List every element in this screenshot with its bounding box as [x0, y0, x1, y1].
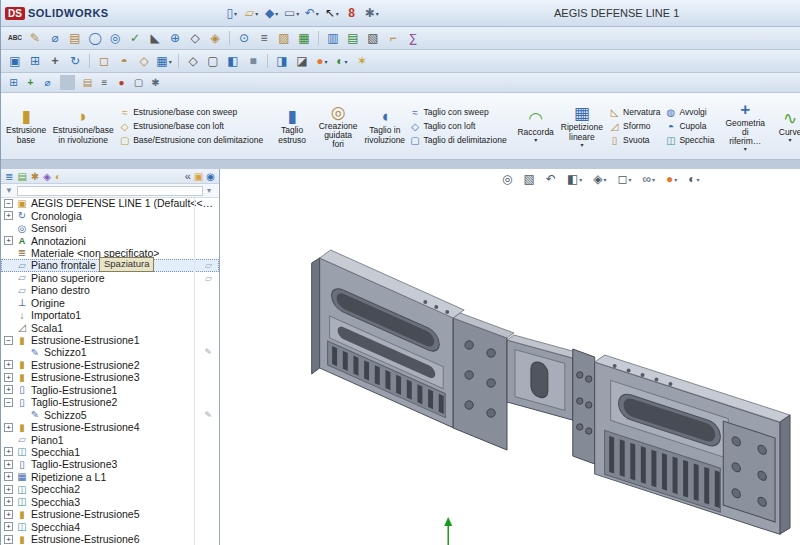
hide-edge-icon[interactable]: ▢: [131, 75, 146, 90]
expand-toggle[interactable]: +: [4, 447, 13, 456]
toolbar-icon[interactable]: [60, 75, 75, 90]
lofted-cut-button[interactable]: ◇ Taglio con loft: [407, 120, 508, 133]
expand-toggle[interactable]: −: [4, 336, 13, 345]
section-view-icon[interactable]: ◧ ▾: [565, 171, 584, 187]
wrap-button[interactable]: ◍ Avvolgi: [663, 106, 716, 119]
expand-toggle[interactable]: −: [4, 199, 13, 208]
revolved-boss-button[interactable]: ◗ Estrusione/base in rivoluzione: [50, 104, 116, 147]
tree-item-schizzo1[interactable]: ✎ Schizzo1 ✎: [1, 346, 219, 358]
expand-toggle[interactable]: +: [4, 423, 13, 432]
lofted-boss-button[interactable]: ◇ Estrusione/base con loft: [117, 120, 265, 133]
revolved-cut-button[interactable]: ◖ Taglio in rivoluzione: [363, 104, 406, 147]
line-color-icon[interactable]: ●: [114, 75, 129, 90]
rib-button[interactable]: ◺ Nervatura: [607, 106, 662, 119]
expand-toggle[interactable]: +: [4, 373, 13, 382]
tree-item-estrusione4[interactable]: + ▮ Estrusione-Estrusione4: [1, 421, 219, 433]
tree-item-estrusione2[interactable]: + ▮ Estrusione-Estrusione2: [1, 359, 219, 371]
tree-item-sensori[interactable]: ◎ Sensori: [1, 222, 219, 234]
pan-icon[interactable]: +: [46, 52, 64, 70]
expand-toggle[interactable]: +: [4, 510, 13, 519]
filter-options-caret-icon[interactable]: ▾: [207, 186, 211, 195]
tree-item-specchia3[interactable]: + ◫ Specchia3: [1, 496, 219, 508]
center-mark-icon[interactable]: ⊙: [235, 29, 253, 47]
toolbar-icon[interactable]: [267, 54, 268, 68]
expand-toggle[interactable]: +: [4, 385, 13, 394]
filter-funnel-icon[interactable]: ▼: [5, 186, 13, 195]
centerline-icon[interactable]: ≡: [255, 29, 273, 47]
area-hatch-icon[interactable]: ▨: [275, 29, 293, 47]
menu-strumenti[interactable]: [175, 11, 189, 15]
toolbar-icon[interactable]: [89, 54, 90, 68]
swept-boss-button[interactable]: ≈ Estrusione/base con sweep: [117, 106, 265, 119]
extruded-cut-button[interactable]: ▮ Taglio estruso: [271, 104, 313, 147]
print-icon[interactable]: ▭ ▾: [283, 4, 301, 22]
zoom-area-icon[interactable]: ⊞: [26, 52, 44, 70]
shaded-icon[interactable]: ■: [244, 52, 262, 70]
weld-symbol-icon[interactable]: ◣: [146, 29, 164, 47]
view-orientation-icon[interactable]: ▦ ▾: [155, 52, 173, 70]
shadows-icon[interactable]: ◪: [293, 52, 311, 70]
grid-icon[interactable]: ⊞: [6, 75, 21, 90]
menu-inserisci[interactable]: [161, 11, 175, 15]
mirror-button[interactable]: ◫ Specchia: [663, 134, 716, 147]
tree-item-part-root[interactable]: − ▣ AEGIS DEFENSE LINE 1 (Default<<D…: [1, 197, 219, 209]
measure-icon[interactable]: ⌐: [384, 29, 402, 47]
menu-visualizza[interactable]: [147, 11, 161, 15]
toolbar-icon[interactable]: [318, 31, 319, 45]
shaded-with-edges-icon[interactable]: ◧: [224, 52, 242, 70]
revision-table-icon[interactable]: ▤: [344, 29, 362, 47]
line-format-icon[interactable]: ≡: [97, 75, 112, 90]
extruded-boss-button[interactable]: ▮ Estrusione base: [3, 104, 49, 147]
help-icon[interactable]: ◉: [206, 171, 215, 182]
scene-icon[interactable]: ◐ ▾: [333, 52, 351, 70]
save-icon[interactable]: ◆ ▾: [263, 4, 281, 22]
featuremanager-tree-icon[interactable]: ≣: [5, 171, 13, 182]
toolbar-icon[interactable]: [229, 31, 230, 45]
tree-item-scala1[interactable]: ◿ Scala1: [1, 321, 219, 333]
expand-toggle[interactable]: +: [4, 472, 13, 481]
toolbar-icon[interactable]: [178, 54, 179, 68]
rotate-view-icon[interactable]: ↻: [66, 52, 84, 70]
propertymanager-icon[interactable]: ▤: [17, 171, 26, 182]
tree-item-piano-destro[interactable]: ▱ Piano destro: [1, 284, 219, 296]
blocks-icon[interactable]: ▦: [295, 29, 313, 47]
tree-item-specchia1[interactable]: + ◫ Specchia1: [1, 446, 219, 458]
smart-dimension-icon[interactable]: ⌀: [46, 29, 64, 47]
display-style-icon[interactable]: ◻ ▾: [616, 171, 634, 187]
dimension-standard-icon[interactable]: ⌀: [40, 75, 55, 90]
appearance-icon[interactable]: ● ▾: [313, 52, 331, 70]
design-table-icon[interactable]: ▧: [364, 29, 382, 47]
tree-item-annotazioni[interactable]: + A Annotazioni: [1, 234, 219, 246]
section-view-icon[interactable]: ◨: [273, 52, 291, 70]
tree-item-taglio-estrusione3[interactable]: + ▯ Taglio-Estrusione3: [1, 458, 219, 470]
menu-finestra[interactable]: [189, 11, 203, 15]
expand-toggle[interactable]: +: [4, 460, 13, 469]
hide-show-items-icon[interactable]: ∞ ▾: [640, 171, 657, 187]
tree-item-origine[interactable]: ⊥ Origine: [1, 297, 219, 309]
curves-button[interactable]: ∿ Curve ▾: [769, 106, 800, 146]
zoom-area-icon[interactable]: ▧: [521, 171, 536, 187]
expand-toggle[interactable]: +: [4, 497, 13, 506]
lights-icon[interactable]: ✶: [353, 52, 371, 70]
configurationmanager-icon[interactable]: ✱: [31, 171, 39, 182]
flyout-pushpin-icon[interactable]: ▣: [194, 171, 203, 182]
fillet-button[interactable]: ◠ Raccorda ▾: [515, 106, 557, 146]
model-joint-plate-left[interactable]: [453, 313, 514, 450]
snap-icon[interactable]: +: [23, 75, 38, 90]
isometric-view-icon[interactable]: ◇: [135, 52, 153, 70]
tree-item-piano-superiore[interactable]: ▱ Piano superiore ▱: [1, 272, 219, 284]
tree-item-cronologia[interactable]: + ↻ Cronologia: [1, 209, 219, 221]
previous-view-icon[interactable]: ↶: [544, 171, 558, 187]
options-icon[interactable]: ✱ ▾: [363, 4, 381, 22]
expand-toggle[interactable]: +: [4, 360, 13, 369]
model-joint-plate-right[interactable]: [573, 349, 595, 464]
draft-button[interactable]: ◿ Sformo: [607, 120, 662, 133]
tree-item-estrusione3[interactable]: + ▮ Estrusione-Estrusione3: [1, 371, 219, 383]
swept-cut-button[interactable]: ≈ Taglio con sweep: [407, 106, 508, 119]
expand-toggle[interactable]: +: [4, 535, 13, 544]
spell-check-icon[interactable]: ABC: [6, 29, 24, 47]
expand-toggle[interactable]: +: [4, 236, 13, 245]
tree-item-taglio-estrusione2[interactable]: − ▯ Taglio-Estrusione2: [1, 396, 219, 408]
undo-icon[interactable]: ↶ ▾: [303, 4, 321, 22]
menu-file[interactable]: [119, 11, 133, 15]
